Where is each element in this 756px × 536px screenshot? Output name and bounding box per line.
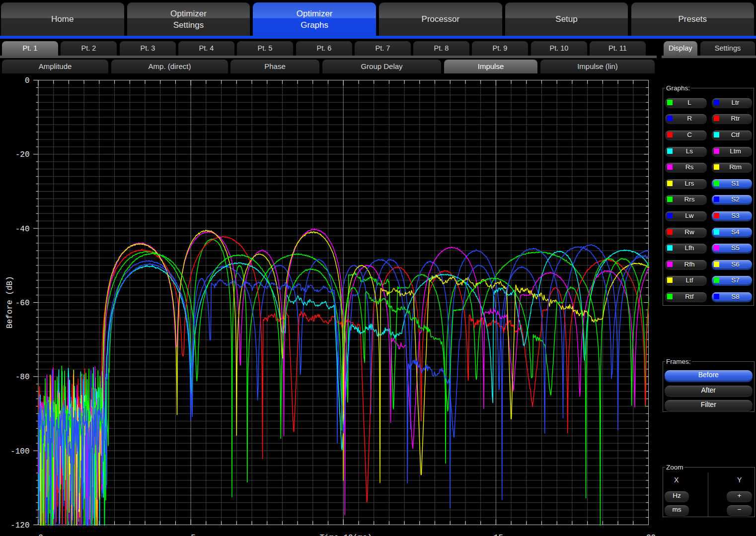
svg-text:15: 15 <box>494 534 503 536</box>
svg-text:20: 20 <box>646 534 656 536</box>
svg-text:Before (dB): Before (dB) <box>5 276 14 329</box>
svg-text:5: 5 <box>191 534 196 536</box>
svg-text:-40: -40 <box>15 225 30 234</box>
svg-text:Time 10(ms): Time 10(ms) <box>319 534 372 536</box>
svg-text:-60: -60 <box>15 299 30 308</box>
svg-text:0: 0 <box>25 76 30 85</box>
svg-text:-100: -100 <box>10 447 29 456</box>
svg-text:-80: -80 <box>15 373 30 382</box>
svg-text:-120: -120 <box>10 521 29 530</box>
svg-text:0: 0 <box>38 534 43 536</box>
svg-text:-20: -20 <box>15 150 30 159</box>
